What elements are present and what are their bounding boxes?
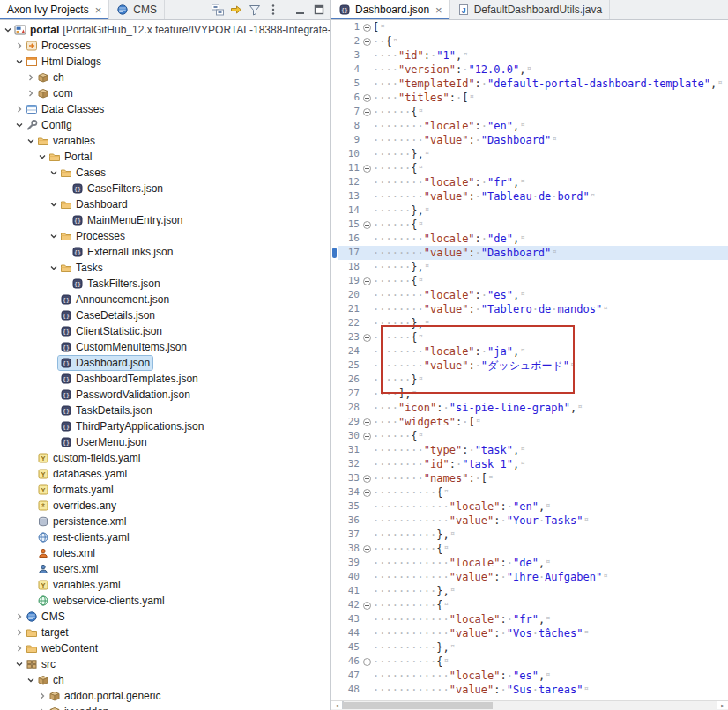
tree-item-taskdetails-json[interactable]: {}TaskDetails.json [0, 403, 330, 418]
chevron-down-icon[interactable] [26, 676, 35, 684]
code-text[interactable]: ····"version":·"12.0.0",¤ [373, 63, 728, 78]
tree-item-processes[interactable]: Processes [0, 38, 330, 54]
code-text[interactable]: ········"locale":·"fr",¤ [373, 175, 728, 190]
chevron-right-icon[interactable] [14, 612, 24, 621]
tree-item-config[interactable]: Config [0, 117, 330, 133]
tree-item-cases[interactable]: Cases [0, 165, 330, 181]
code-text[interactable]: [¤ [373, 20, 728, 35]
code-text[interactable]: ··········},¤ [373, 528, 728, 543]
code-text[interactable]: ············"locale":·"de",¤ [373, 556, 728, 571]
code-text[interactable]: ········"locale":·"ja",¤ [373, 344, 728, 359]
chevron-right-icon[interactable] [14, 644, 24, 653]
tree-item-src[interactable]: src [0, 656, 330, 672]
fold-collapse-icon[interactable] [363, 24, 371, 32]
code-text[interactable]: ············"value":·"Vos·tâches"¤ [373, 626, 728, 641]
chevron-down-icon[interactable] [48, 263, 58, 272]
scrollbar-thumb[interactable] [343, 702, 493, 709]
fold-collapse-icon[interactable] [363, 475, 371, 483]
tab-axon-ivy-projects[interactable]: Axon Ivy Projects× [0, 0, 109, 19]
tree-item-ivy-addon[interactable]: ivy.addon [0, 704, 330, 710]
fold-collapse-icon[interactable] [363, 165, 371, 173]
tree-item-custom-fields-yaml[interactable]: Ycustom-fields.yaml [0, 450, 330, 466]
code-text[interactable]: ··········{¤ [373, 598, 728, 613]
tree-item-addon-portal-generic[interactable]: addon.portal.generic [0, 688, 330, 704]
chevron-down-icon[interactable] [48, 232, 58, 240]
tree-item-data-classes[interactable]: Data Classes [0, 101, 330, 117]
tree-item-rest-clients-yaml[interactable]: rest-clients.yaml [0, 529, 330, 545]
fold-collapse-icon[interactable] [363, 221, 371, 229]
horizontal-scrollbar[interactable]: ◀ ▶ [331, 700, 728, 710]
scroll-left-arrow-icon[interactable]: ◀ [331, 701, 344, 709]
chevron-right-icon[interactable] [37, 692, 47, 700]
tree-item-portal[interactable]: Portal [0, 149, 330, 165]
chevron-down-icon[interactable] [37, 152, 47, 161]
code-text[interactable]: ········"names":·[¤ [373, 471, 728, 486]
tree-item-portal[interactable]: portal [PortalGitHub_12.x feature/IVYPOR… [0, 22, 330, 38]
tree-item-clientstatistic-json[interactable]: {}ClientStatistic.json [0, 323, 330, 339]
code-text[interactable]: ······{¤ [373, 330, 728, 345]
tree-item-html-dialogs[interactable]: Html Dialogs [0, 54, 330, 70]
code-text[interactable]: ······},¤ [373, 147, 728, 162]
code-text[interactable]: ··{¤ [373, 34, 728, 49]
tree-item-databases-yaml[interactable]: Ydatabases.yaml [0, 466, 330, 482]
chevron-down-icon[interactable] [48, 168, 58, 177]
code-text[interactable]: ······{¤ [373, 105, 728, 120]
tree-item-formats-yaml[interactable]: Yformats.yaml [0, 482, 330, 498]
close-icon[interactable]: × [95, 4, 102, 16]
code-text[interactable]: ······},¤ [373, 203, 728, 218]
close-icon[interactable]: × [435, 4, 442, 16]
chevron-right-icon[interactable] [14, 105, 24, 114]
fold-collapse-icon[interactable] [363, 489, 371, 497]
fold-collapse-icon[interactable] [363, 334, 371, 342]
tree-item-announcement-json[interactable]: {}Announcement.json [0, 292, 330, 307]
chevron-down-icon[interactable] [14, 660, 24, 669]
code-editor[interactable]: 1[¤2··{¤3····"id":·"1",¤4····"version":·… [331, 20, 728, 710]
code-text[interactable]: ········"locale":·"en",¤ [373, 119, 728, 134]
code-text[interactable]: ············"value":·"Ihre·Aufgaben"¤ [373, 570, 728, 585]
collapse-all-icon[interactable] [209, 2, 226, 18]
tree-item-webcontent[interactable]: webContent [0, 640, 330, 656]
code-text[interactable]: ··········{¤ [373, 542, 728, 557]
tree-item-com[interactable]: com [0, 85, 330, 101]
chevron-right-icon[interactable] [26, 73, 35, 82]
tree-item-tasks[interactable]: Tasks [0, 260, 330, 276]
code-text[interactable]: ··········{¤ [373, 485, 728, 500]
code-text[interactable]: ··········},¤ [373, 640, 728, 655]
tree-item-taskfilters-json[interactable]: {}TaskFilters.json [0, 276, 330, 292]
fold-collapse-icon[interactable] [363, 418, 371, 426]
fold-collapse-icon[interactable] [363, 94, 371, 102]
tree-item-usermenu-json[interactable]: {}UserMenu.json [0, 434, 330, 450]
tree-item-passwordvalidation-json[interactable]: {}PasswordValidation.json [0, 387, 330, 403]
tree-item-dashboard[interactable]: Dashboard [0, 196, 330, 212]
code-text[interactable]: ······{¤ [373, 161, 728, 176]
filter-icon[interactable] [246, 2, 263, 18]
code-text[interactable]: ······{¤ [373, 429, 728, 444]
fold-collapse-icon[interactable] [363, 602, 371, 610]
chevron-down-icon[interactable] [26, 137, 35, 145]
tree-item-dashboardtemplates-json[interactable]: {}DashboardTemplates.json [0, 371, 330, 387]
tree-item-ch[interactable]: ch [0, 672, 330, 688]
code-text[interactable]: ········"value":·"Tablero·de·mandos"¤ [373, 302, 728, 317]
code-text[interactable]: ············"locale":·"fr",¤ [373, 612, 728, 627]
code-text[interactable]: ········"type":·"task",¤ [373, 443, 728, 458]
tree-item-thirdpartyapplications-json[interactable]: {}ThirdPartyApplications.json [0, 418, 330, 434]
tree-item-custommenuitems-json[interactable]: {}CustomMenuItems.json [0, 339, 330, 355]
code-text[interactable]: ····"widgets":·[¤ [373, 415, 728, 430]
maximize-icon[interactable] [310, 2, 327, 18]
code-text[interactable]: ········"value":·"Dashboard"¤ [373, 133, 728, 148]
tree-item-users-xml[interactable]: users.xml [0, 561, 330, 577]
tree-item-ch[interactable]: ch [0, 70, 330, 85]
chevron-down-icon[interactable] [48, 200, 58, 209]
tree-item-mainmenuentry-json[interactable]: {}MainMenuEntry.json [0, 212, 330, 228]
chevron-right-icon[interactable] [14, 41, 24, 50]
fold-collapse-icon[interactable] [363, 38, 371, 46]
code-text[interactable]: ········"locale":·"es",¤ [373, 288, 728, 303]
code-text[interactable]: ······{¤ [373, 218, 728, 233]
tree-item-target[interactable]: target [0, 625, 330, 640]
view-menu-icon[interactable] [264, 2, 281, 18]
tree-item-variables[interactable]: variables [0, 133, 330, 149]
code-text[interactable]: ······},¤ [373, 260, 728, 275]
code-text[interactable]: ··········},¤ [373, 584, 728, 599]
tree-item-cms[interactable]: CMS [0, 609, 330, 625]
code-text[interactable]: ··········{¤ [373, 655, 728, 669]
